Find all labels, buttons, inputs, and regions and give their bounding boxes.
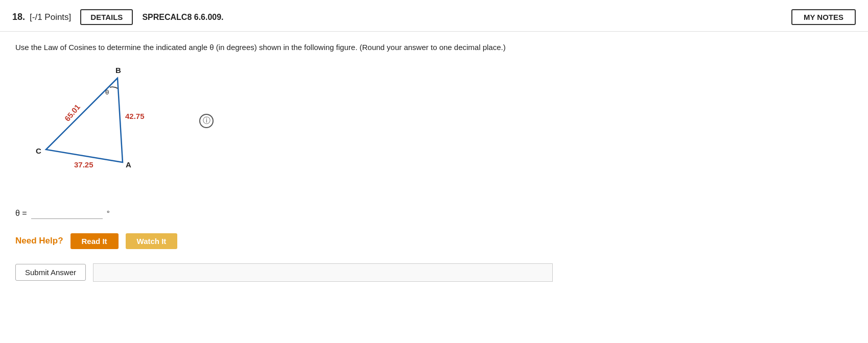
watch-it-button[interactable]: Watch It bbox=[126, 233, 178, 249]
answer-input[interactable] bbox=[31, 208, 103, 219]
need-help-label: Need Help? bbox=[15, 236, 63, 246]
triangle-svg: B C A θ 65.01 42.75 37.25 bbox=[15, 63, 169, 190]
figure-area: B C A θ 65.01 42.75 37.25 ⓘ bbox=[15, 63, 856, 195]
header-row: 18. [-/1 Points] DETAILS SPRECALC8 6.6.0… bbox=[0, 0, 868, 32]
side-cb-label: 65.01 bbox=[63, 102, 82, 122]
vertex-b-label: B bbox=[115, 66, 121, 75]
details-button[interactable]: DETAILS bbox=[80, 9, 133, 25]
header-right: MY NOTES bbox=[791, 9, 856, 25]
problem-id: SPRECALC8 6.6.009. bbox=[142, 13, 223, 22]
question-num-text: 18. bbox=[12, 12, 25, 22]
theta-angle-label: θ bbox=[105, 88, 109, 96]
question-number: 18. [-/1 Points] bbox=[12, 12, 71, 22]
info-icon[interactable]: ⓘ bbox=[199, 114, 214, 128]
need-help-row: Need Help? Read It Watch It bbox=[15, 233, 856, 249]
triangle-shape bbox=[46, 78, 123, 162]
content-area: Use the Law of Cosines to determine the … bbox=[0, 32, 868, 292]
answer-row: θ = ° bbox=[15, 208, 856, 219]
theta-equals-label: θ = bbox=[15, 209, 27, 218]
points-label: [-/1 Points] bbox=[30, 12, 71, 22]
degree-symbol: ° bbox=[107, 209, 110, 217]
side-ca-label: 37.25 bbox=[74, 160, 93, 169]
angle-arc bbox=[110, 87, 118, 88]
submit-answer-button[interactable]: Submit Answer bbox=[15, 264, 86, 281]
side-ba-label: 42.75 bbox=[125, 112, 145, 120]
vertex-a-label: A bbox=[126, 160, 131, 169]
problem-description: Use the Law of Cosines to determine the … bbox=[15, 42, 856, 54]
vertex-c-label: C bbox=[36, 146, 41, 155]
read-it-button[interactable]: Read It bbox=[71, 233, 119, 249]
info-icon-symbol: ⓘ bbox=[203, 116, 210, 126]
my-notes-button[interactable]: MY NOTES bbox=[791, 9, 856, 25]
page-container: 18. [-/1 Points] DETAILS SPRECALC8 6.6.0… bbox=[0, 0, 868, 343]
submit-input-area bbox=[93, 263, 553, 282]
triangle-container: B C A θ 65.01 42.75 37.25 bbox=[15, 63, 179, 195]
submit-row: Submit Answer bbox=[15, 263, 856, 282]
header-left: 18. [-/1 Points] DETAILS SPRECALC8 6.6.0… bbox=[12, 9, 224, 25]
